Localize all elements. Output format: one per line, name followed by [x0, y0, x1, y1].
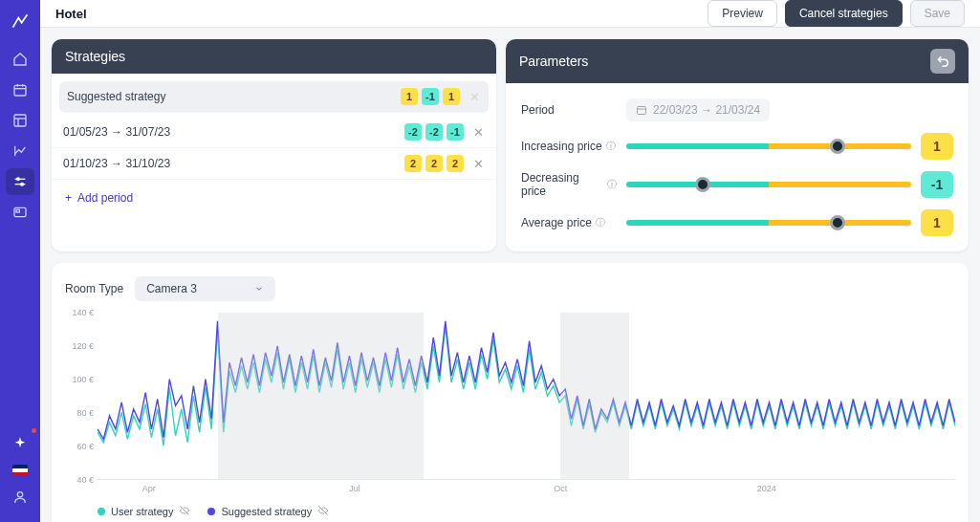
slider-thumb[interactable]: [830, 215, 845, 230]
svg-rect-0: [14, 85, 26, 96]
slider[interactable]: [626, 220, 911, 226]
slider-thumb[interactable]: [830, 139, 845, 154]
strategy-badge: 2: [404, 155, 422, 172]
legend-label: Suggested strategy: [221, 506, 312, 517]
sidebar: [0, 0, 40, 522]
visibility-toggle-icon[interactable]: [317, 505, 329, 518]
add-period-button[interactable]: + Add period: [52, 184, 496, 212]
nav-gallery[interactable]: [6, 199, 34, 226]
language-flag-uk[interactable]: [12, 465, 28, 476]
topbar: Hotel Preview Cancel strategies Save: [40, 0, 980, 28]
strategy-badge: 2: [425, 155, 443, 172]
strategy-row[interactable]: Suggested strategy1-11✕: [59, 81, 489, 113]
svg-rect-12: [16, 209, 19, 212]
nav-layout[interactable]: [6, 107, 34, 134]
slider[interactable]: [626, 182, 911, 187]
slider-thumb[interactable]: [695, 177, 710, 192]
legend-dot: [207, 508, 215, 515]
room-type-select[interactable]: Camera 3: [135, 276, 275, 301]
legend-label: User strategy: [111, 506, 173, 517]
parameter-row: Increasing priceⓘ1: [521, 127, 953, 165]
parameter-label: Average priceⓘ: [521, 216, 617, 229]
strategy-row[interactable]: 01/05/23 → 31/07/23-2-2-1✕: [52, 117, 496, 148]
page-title: Hotel: [55, 7, 87, 21]
strategy-badge: -2: [425, 123, 443, 141]
calendar-icon: [636, 104, 647, 116]
chart-plot: [98, 313, 955, 480]
strategy-badge: -1: [446, 123, 464, 141]
save-button: Save: [910, 0, 965, 27]
nav-settings[interactable]: [6, 168, 34, 195]
parameter-row: Decreasing priceⓘ-1: [521, 165, 953, 204]
plus-icon: +: [65, 191, 72, 205]
nav-analytics[interactable]: [6, 138, 34, 164]
nav-ai-icon[interactable]: [6, 430, 34, 457]
strategies-panel: Strategies Suggested strategy1-11✕01/05/…: [52, 39, 496, 251]
period-input[interactable]: 22/03/23 → 21/03/24: [626, 98, 770, 121]
undo-button[interactable]: [930, 49, 955, 74]
strategy-label: 01/05/23 → 31/07/23: [63, 125, 404, 139]
help-icon[interactable]: ⓘ: [607, 178, 617, 191]
x-axis: AprJulOct2024: [98, 484, 955, 499]
nav-home[interactable]: [6, 46, 34, 73]
slider[interactable]: [626, 143, 911, 149]
preview-button[interactable]: Preview: [708, 0, 777, 27]
help-icon[interactable]: ⓘ: [606, 140, 616, 153]
cancel-strategies-button[interactable]: Cancel strategies: [785, 0, 903, 27]
room-type-label: Room Type: [65, 282, 123, 295]
help-icon[interactable]: ⓘ: [596, 216, 605, 229]
svg-point-13: [17, 492, 22, 497]
nav-user-icon[interactable]: [6, 484, 34, 511]
parameter-value: 1: [921, 133, 953, 160]
nav-calendar[interactable]: [6, 76, 34, 103]
strategy-badge: -2: [404, 123, 422, 141]
parameter-value: 1: [921, 209, 953, 236]
parameter-row: Average priceⓘ1: [521, 204, 953, 242]
parameter-label: Increasing priceⓘ: [521, 140, 617, 153]
close-icon[interactable]: ✕: [471, 125, 485, 140]
strategy-row[interactable]: 01/10/23 → 31/10/23222✕: [52, 148, 496, 180]
chevron-down-icon: [254, 284, 264, 294]
parameter-value: -1: [921, 171, 953, 198]
chart-panel: Room Type Camera 3 40 €60 €80 €100 €120 …: [52, 263, 969, 522]
svg-rect-14: [638, 107, 646, 115]
svg-rect-4: [14, 115, 26, 126]
strategy-badge: 1: [401, 88, 418, 105]
close-icon[interactable]: ✕: [471, 157, 485, 171]
strategy-badge: -1: [422, 88, 439, 105]
visibility-toggle-icon[interactable]: [179, 505, 190, 518]
period-label: Period: [521, 103, 617, 117]
parameters-panel: Parameters Period 22/03/23 → 21/03/24: [506, 39, 969, 251]
strategies-title: Strategies: [52, 39, 496, 74]
legend-item[interactable]: User strategy: [98, 505, 190, 518]
y-axis: 40 €60 €80 €100 €120 €140 €: [65, 313, 98, 480]
parameter-label: Decreasing priceⓘ: [521, 171, 617, 198]
legend-dot: [98, 508, 105, 515]
strategy-badge: 1: [443, 88, 460, 105]
strategy-label: Suggested strategy: [67, 90, 401, 103]
close-icon: ✕: [468, 90, 481, 104]
parameters-title: Parameters: [519, 54, 588, 69]
strategy-badge: 2: [446, 155, 464, 172]
legend-item[interactable]: Suggested strategy: [207, 505, 329, 518]
logo-icon: [11, 11, 30, 34]
strategy-label: 01/10/23 → 31/10/23: [63, 157, 404, 170]
